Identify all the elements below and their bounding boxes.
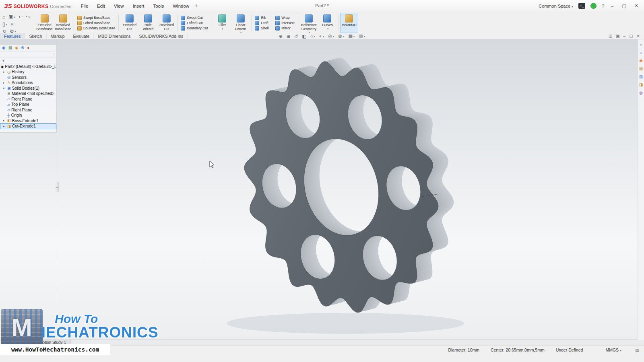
dimxpertmanager-tab-icon[interactable]: ⊕ — [21, 45, 24, 50]
display-style-icon[interactable]: ◐ — [319, 33, 324, 39]
menu-item[interactable]: Edit — [96, 3, 106, 9]
options-button[interactable]: ⚙ — [10, 29, 16, 35]
split-pane-icon[interactable]: ◫ — [609, 34, 612, 38]
help-icon[interactable]: ? — [602, 4, 604, 8]
view-settings-icon[interactable]: ▥ — [359, 33, 365, 39]
pane-layout-icon[interactable]: ▣ — [616, 34, 619, 38]
ribbon-button[interactable]: Revolved Boss/Base — [54, 13, 72, 33]
panel-collapse-handle[interactable]: ◂ — [56, 182, 59, 192]
ribbon-tab[interactable]: MBD Dimensions — [94, 33, 135, 39]
previous-view-icon[interactable]: ↺ — [294, 33, 298, 39]
ribbon-button[interactable]: Lofted Cut — [181, 21, 208, 25]
ribbon-button[interactable]: Extruded Boss/Base — [35, 13, 54, 33]
ribbon-button[interactable]: Extruded Cut — [120, 13, 138, 33]
tree-item[interactable]: ▱ Right Plane — [0, 107, 56, 113]
save-button[interactable]: ▣ — [8, 14, 15, 20]
close-doc-icon[interactable]: ✕ — [637, 34, 640, 38]
menu-item[interactable]: File — [80, 3, 90, 9]
panel-expand-chevron-icon[interactable]: › — [53, 52, 54, 56]
expand-arrow-icon[interactable] — [3, 125, 6, 128]
expand-arrow-icon[interactable] — [3, 119, 6, 122]
menu-item[interactable]: View — [113, 3, 125, 9]
ribbon-button[interactable]: Wrap — [275, 16, 295, 20]
task-pane-chevron-icon[interactable]: « — [640, 42, 642, 47]
ribbon-button[interactable]: Hole Wizard — [139, 13, 157, 33]
ribbon-button[interactable]: Intersect — [275, 21, 295, 25]
unit-system-selector[interactable]: MMGS▾ — [605, 348, 621, 352]
menu-item[interactable]: Tools — [152, 3, 165, 9]
ribbon-button[interactable]: Swept Cut — [181, 16, 208, 20]
expand-arrow-icon[interactable] — [3, 70, 6, 74]
minimize-window-button[interactable]: – — [609, 4, 615, 8]
design-library-icon[interactable]: ▤ — [639, 66, 643, 71]
ribbon-button[interactable]: Boundary Boss/Base — [77, 26, 115, 31]
ribbon-button[interactable]: Instant3D — [340, 13, 358, 33]
solidworks-resources-icon[interactable]: ◉ — [639, 58, 643, 63]
tree-item[interactable]: ◎ Sensors — [0, 75, 56, 80]
undo-button[interactable]: ↩ — [19, 14, 23, 20]
filter-icon[interactable]: ▼ — [2, 59, 5, 63]
configurationmanager-tab-icon[interactable]: ◈ — [15, 45, 18, 50]
tree-item[interactable]: ▱ Top Plane — [0, 102, 56, 107]
tree-item[interactable]: ▣ Solid Bodies(1) — [0, 86, 56, 91]
rebuild-button[interactable]: ↻ — [2, 29, 6, 34]
part-model[interactable] — [0, 39, 638, 340]
ribbon-button[interactable]: Curves — [318, 13, 336, 33]
ribbon-button[interactable]: Linear Pattern — [231, 13, 250, 33]
command-console-icon[interactable]: >_ — [578, 3, 585, 9]
menu-item[interactable]: Window — [171, 3, 190, 9]
section-view-icon[interactable]: ◧ — [302, 33, 306, 39]
ribbon-button[interactable]: Rib — [255, 16, 268, 20]
maximize-window-button[interactable]: ▢ — [620, 3, 627, 8]
expand-arrow-icon[interactable] — [3, 86, 6, 90]
zoom-to-fit-icon[interactable]: ⊕ — [279, 33, 283, 39]
redo-button[interactable]: ↪ — [26, 14, 30, 20]
view-palette-icon[interactable]: ◨ — [639, 82, 643, 87]
ribbon-button[interactable]: Boundary Cut — [181, 26, 208, 31]
tree-item[interactable]: ▱ Front Plane — [0, 97, 56, 102]
expand-arrow-icon[interactable] — [3, 81, 6, 84]
mirror-icon — [275, 26, 280, 31]
home-button[interactable]: ⌂ — [2, 14, 5, 20]
tree-item[interactable]: ◧ Boss-Extrude1 — [0, 118, 56, 124]
graphics-viewport[interactable]: ◉ ▤ ◈ ⊕ ● › ▼ ◆ Part2 (Default) <<Defaul… — [0, 39, 638, 340]
view-orientation-icon[interactable]: ⌂ — [310, 33, 315, 39]
minimize-doc-icon[interactable]: – — [623, 34, 626, 38]
workspace-selector[interactable]: Common Space▾ — [539, 4, 573, 8]
ribbon-button[interactable]: Fillet — [213, 13, 231, 33]
ribbon-button[interactable]: Mirror — [275, 26, 295, 31]
zoom-to-area-icon[interactable]: ⊞ — [287, 33, 290, 39]
ribbon-button[interactable]: Shell — [255, 26, 268, 31]
menu-item[interactable]: Insert — [132, 3, 146, 9]
tree-item[interactable]: ┼ Origin — [0, 113, 56, 118]
pin-menu-icon[interactable]: ✛ — [194, 4, 198, 8]
user-avatar[interactable] — [590, 3, 597, 9]
ribbon-tab[interactable]: Markup — [47, 33, 69, 39]
tree-item[interactable]: ✎ Annotations — [0, 80, 56, 86]
status-tag-icon[interactable]: ▦ — [635, 348, 639, 352]
ribbon-button[interactable]: Revolved Cut — [157, 13, 175, 33]
appearances-icon[interactable]: ◍ — [639, 90, 643, 95]
file-explorer-icon[interactable]: ▥ — [639, 74, 643, 79]
ribbon-tab[interactable]: Evaluate — [69, 33, 94, 39]
tree-item[interactable]: ≣ Material <not specified> — [0, 91, 56, 97]
propertymanager-tab-icon[interactable]: ▤ — [8, 45, 12, 50]
tree-item[interactable]: ◨ Cut-Extrude1 — [0, 123, 56, 129]
properties-button[interactable]: ≡ — [10, 21, 13, 27]
displaymanager-tab-icon[interactable]: ● — [27, 45, 29, 50]
ribbon-button[interactable]: Reference Geometry — [300, 13, 318, 33]
edit-appearance-icon[interactable]: ◍ — [338, 33, 344, 39]
ribbon-tab[interactable]: SOLIDWORKS Add-Ins — [135, 33, 188, 39]
ribbon-button[interactable]: Draft — [255, 21, 268, 25]
apply-scene-icon[interactable]: ▩ — [348, 33, 355, 39]
new-document-button[interactable]: ▯ — [2, 21, 7, 27]
close-window-button[interactable]: ✕ — [633, 3, 640, 8]
restore-doc-icon[interactable]: ▢ — [629, 34, 633, 38]
ribbon-button[interactable]: Swept Boss/Base — [77, 16, 115, 20]
home-tab-icon[interactable]: ⌂ — [640, 50, 642, 55]
hide-show-items-icon[interactable]: ◎ — [328, 33, 334, 39]
tree-item[interactable]: ◷ History — [0, 69, 56, 75]
featuremanager-tree-tab-icon[interactable]: ◉ — [2, 45, 6, 50]
tree-root-item[interactable]: ◆ Part2 (Default) <<Default>_Display Sta — [0, 64, 56, 69]
ribbon-button[interactable]: Lofted Boss/Base — [77, 21, 115, 25]
